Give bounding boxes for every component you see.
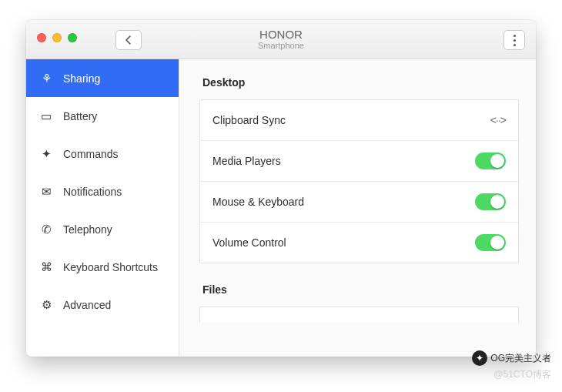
sidebar-item-label: Telephony (63, 223, 112, 236)
window-traffic-lights (37, 33, 77, 42)
sidebar-item-keyboard-shortcuts[interactable]: ⌘ Keyboard Shortcuts (26, 248, 179, 286)
sidebar-item-label: Sharing (63, 72, 100, 85)
close-window-button[interactable] (37, 33, 46, 42)
sidebar-item-telephony[interactable]: ✆ Telephony (26, 210, 179, 248)
files-section-card (199, 307, 519, 323)
mouse-keyboard-toggle[interactable] (475, 193, 506, 210)
minimize-window-button[interactable] (52, 33, 62, 42)
battery-icon: ▭ (40, 109, 52, 123)
window-subtitle: Smartphone (258, 41, 304, 51)
clipboard-sync-row[interactable]: Clipboard Sync <··> (200, 100, 518, 140)
media-players-toggle[interactable] (475, 152, 506, 169)
sidebar-item-label: Advanced (63, 299, 111, 311)
chevron-left-icon (125, 35, 132, 45)
sidebar-item-label: Keyboard Shortcuts (63, 261, 158, 273)
keyboard-icon: ⌘ (40, 260, 52, 274)
commands-icon: ✦ (40, 147, 52, 161)
sidebar-item-label: Battery (63, 110, 97, 122)
sidebar-item-sharing[interactable]: ⚘ Sharing (26, 59, 179, 97)
media-players-row[interactable]: Media Players (200, 140, 518, 181)
code-ellipsis-icon: <··> (490, 114, 506, 126)
sidebar-item-notifications[interactable]: ✉ Notifications (26, 173, 179, 210)
sidebar-item-battery[interactable]: ▭ Battery (26, 97, 179, 135)
row-label: Volume Control (212, 236, 286, 249)
wechat-watermark-text: OG完美主义者 (490, 352, 551, 365)
row-label: Mouse & Keyboard (212, 196, 304, 208)
zoom-window-button[interactable] (68, 33, 77, 42)
volume-control-toggle[interactable] (475, 234, 506, 251)
row-label: Clipboard Sync (212, 114, 286, 126)
titlebar: HONOR Smartphone (26, 20, 536, 59)
blog-watermark: @51CTO博客 (493, 368, 551, 381)
section-title-files: Files (202, 283, 519, 296)
volume-control-row[interactable]: Volume Control (200, 222, 518, 263)
kebab-icon (513, 35, 516, 46)
advanced-icon: ⚙ (40, 298, 52, 312)
mouse-keyboard-row[interactable]: Mouse & Keyboard (200, 181, 518, 222)
wechat-icon: ✦ (472, 350, 487, 366)
content-pane: Desktop Clipboard Sync <··> Media Player… (179, 59, 536, 357)
sidebar-item-advanced[interactable]: ⚙ Advanced (26, 286, 179, 323)
window-title: HONOR (258, 28, 304, 41)
sidebar-item-commands[interactable]: ✦ Commands (26, 135, 179, 173)
row-label: Media Players (212, 155, 281, 167)
share-icon: ⚘ (40, 72, 52, 85)
back-button[interactable] (115, 30, 142, 50)
section-title-desktop: Desktop (202, 76, 519, 89)
app-window: HONOR Smartphone ⚘ Sharing ▭ Battery ✦ C… (26, 20, 536, 357)
sidebar-item-label: Notifications (63, 186, 122, 198)
notifications-icon: ✉ (40, 185, 52, 199)
wechat-watermark: ✦ OG完美主义者 (472, 350, 551, 366)
sidebar-item-label: Commands (63, 148, 119, 160)
more-options-button[interactable] (503, 30, 525, 50)
sidebar: ⚘ Sharing ▭ Battery ✦ Commands ✉ Notific… (26, 59, 179, 357)
desktop-section-card: Clipboard Sync <··> Media Players Mouse … (199, 99, 519, 263)
telephony-icon: ✆ (40, 223, 52, 236)
